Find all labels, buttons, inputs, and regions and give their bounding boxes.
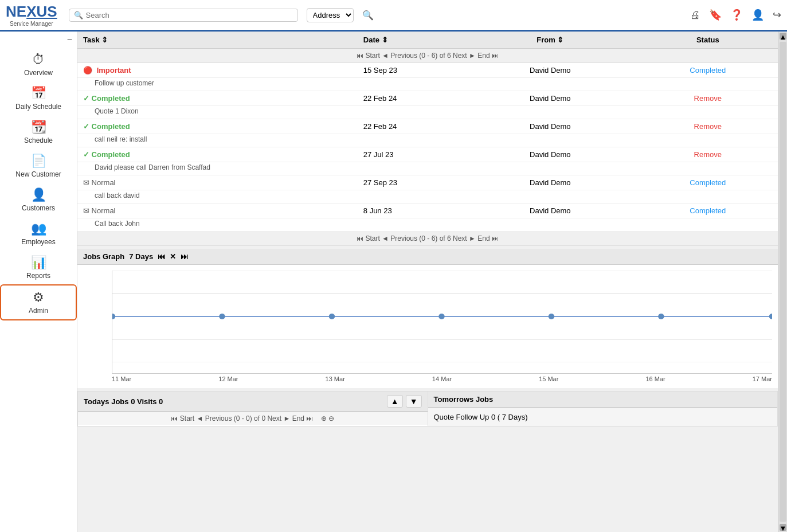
task-priority-cell: ✉ Normal bbox=[77, 204, 358, 218]
sidebar-item-label: Customers bbox=[22, 204, 55, 212]
task-status-cell[interactable]: Completed bbox=[638, 63, 778, 78]
tomorrows-jobs-title: Tomorrows Jobs bbox=[434, 395, 494, 404]
pagination-top[interactable]: ⏮ Start ◄ Previous (0 - 6) of 6 Next ► E… bbox=[77, 49, 778, 63]
schedule-icon: 📆 bbox=[31, 120, 46, 135]
panel-remove-icon[interactable]: ⊖ bbox=[328, 414, 334, 423]
logo-subtitle: Service Manager bbox=[10, 21, 53, 27]
graph-title: Jobs Graph bbox=[83, 252, 124, 261]
x-label: 16 Mar bbox=[645, 375, 665, 382]
task-description: Follow up customer bbox=[77, 78, 778, 91]
todays-jobs-panel: Todays Jobs 0 Visits 0 ▲ ▼ ⏮ Start ◄ Pre… bbox=[77, 391, 428, 427]
todays-jobs-title-text: Todays Jobs bbox=[84, 397, 129, 406]
help-icon[interactable]: ❓ bbox=[730, 9, 743, 21]
task-status-cell[interactable]: Completed bbox=[638, 204, 778, 218]
col-status[interactable]: Status bbox=[638, 32, 778, 49]
col-date-label: Date bbox=[363, 36, 379, 44]
bottom-panels: Todays Jobs 0 Visits 0 ▲ ▼ ⏮ Start ◄ Pre… bbox=[77, 391, 778, 427]
sidebar-item-daily-schedule[interactable]: 📅 Daily Schedule bbox=[0, 81, 77, 115]
bookmark-icon[interactable]: 🔖 bbox=[709, 9, 722, 21]
scrollbar-up-arrow[interactable]: ▲ bbox=[780, 33, 786, 40]
scrollbar[interactable]: ▲ ▼ bbox=[778, 32, 787, 532]
sidebar-item-label: New Customer bbox=[15, 170, 61, 178]
svg-point-9 bbox=[549, 314, 554, 319]
sidebar-item-label: Employees bbox=[21, 238, 55, 246]
task-description: Quote 1 Dixon bbox=[77, 106, 778, 119]
col-from[interactable]: From ⇕ bbox=[463, 32, 638, 49]
sidebar-item-overview[interactable]: ⏱ Overview bbox=[0, 48, 77, 81]
search-input[interactable] bbox=[86, 11, 201, 19]
print-icon[interactable]: 🖨 bbox=[690, 9, 700, 21]
sidebar-item-new-customer[interactable]: 📄 New Customer bbox=[0, 149, 77, 183]
sidebar-item-customers[interactable]: 👤 Customers bbox=[0, 183, 77, 217]
task-date-cell: 27 Sep 23 bbox=[358, 175, 463, 190]
reports-icon: 📊 bbox=[31, 255, 46, 270]
search-type-dropdown[interactable]: AddressNamePhone bbox=[307, 8, 354, 22]
task-description: Call back John bbox=[77, 218, 778, 232]
task-status-cell[interactable]: Remove bbox=[638, 119, 778, 134]
todays-jobs-visits-label: Visits bbox=[137, 397, 159, 406]
user-icon[interactable]: 👤 bbox=[751, 9, 764, 21]
graph-container: 1.0 0.5 0 -0.5 -1.0 bbox=[77, 265, 778, 388]
graph-nav-last[interactable]: ⏭ bbox=[181, 252, 188, 261]
col-task[interactable]: Task ⇕ bbox=[77, 32, 358, 49]
graph-nav-first[interactable]: ⏮ bbox=[158, 252, 165, 261]
logout-icon[interactable]: ↪ bbox=[773, 9, 781, 21]
sidebar-collapse-button[interactable]: − bbox=[67, 34, 72, 45]
graph-x-labels: 11 Mar 12 Mar 13 Mar 14 Mar 15 Mar 16 Ma… bbox=[112, 374, 772, 382]
sidebar-item-label: Admin bbox=[29, 307, 48, 315]
task-date-cell: 22 Feb 24 bbox=[358, 119, 463, 134]
scrollbar-track[interactable] bbox=[780, 42, 786, 522]
task-sub-row: Call back John bbox=[77, 218, 778, 232]
task-priority-cell: ✓ Completed bbox=[77, 91, 358, 106]
task-status-cell[interactable]: Remove bbox=[638, 91, 778, 106]
task-priority-label: ✓ Completed bbox=[83, 150, 130, 159]
layout: − ⏱ Overview 📅 Daily Schedule 📆 Schedule… bbox=[0, 32, 787, 532]
task-sub-row: Follow up customer bbox=[77, 78, 778, 91]
pagination-text: ⏮ Start ◄ Previous (0 - 0) of 0 Next ► E… bbox=[171, 414, 313, 423]
svg-point-8 bbox=[438, 314, 444, 319]
panel-collapse-button[interactable]: ▼ bbox=[406, 395, 422, 408]
search-icon: 🔍 bbox=[74, 11, 83, 19]
panel-expand-button[interactable]: ▲ bbox=[387, 395, 403, 408]
sidebar-item-reports[interactable]: 📊 Reports bbox=[0, 251, 77, 284]
sidebar-item-label: Daily Schedule bbox=[15, 103, 61, 111]
task-status-cell[interactable]: Completed bbox=[638, 175, 778, 190]
col-from-label: From bbox=[537, 36, 555, 44]
task-sub-row: call back david bbox=[77, 190, 778, 204]
task-priority-cell: ✓ Completed bbox=[77, 147, 358, 162]
table-row: ✉ Normal 8 Jun 23 David Demo Completed bbox=[77, 204, 778, 218]
col-status-label: Status bbox=[696, 36, 719, 44]
col-task-sort-icon: ⇕ bbox=[101, 36, 108, 44]
pagination-bottom[interactable]: ⏮ Start ◄ Previous (0 - 6) of 6 Next ► E… bbox=[77, 232, 778, 246]
todays-jobs-visits-count: 0 bbox=[159, 397, 163, 406]
task-priority-label: Important bbox=[97, 66, 131, 75]
svg-point-10 bbox=[658, 314, 664, 319]
svg-point-6 bbox=[219, 314, 225, 319]
panel-add-icon[interactable]: ⊕ bbox=[321, 414, 327, 423]
overview-icon: ⏱ bbox=[32, 52, 45, 67]
x-label: 12 Mar bbox=[218, 375, 238, 382]
sidebar-item-label: Schedule bbox=[24, 136, 53, 144]
graph-wrapper: 1.0 0.5 0 -0.5 -1.0 bbox=[83, 271, 772, 382]
graph-svg bbox=[112, 271, 772, 362]
task-from-cell: David Demo bbox=[463, 63, 638, 78]
todays-jobs-pagination[interactable]: ⏮ Start ◄ Previous (0 - 0) of 0 Next ► E… bbox=[78, 412, 428, 425]
tasks-section: Task ⇕ Date ⇕ From ⇕ Status bbox=[77, 32, 778, 246]
task-priority-label: ✓ Completed bbox=[83, 122, 130, 131]
sidebar-item-admin[interactable]: ⚙ Admin bbox=[0, 284, 77, 320]
x-label: 11 Mar bbox=[112, 375, 131, 382]
scrollbar-down-arrow[interactable]: ▼ bbox=[780, 524, 786, 531]
task-priority-label: ✓ Completed bbox=[83, 94, 130, 103]
sidebar-item-schedule[interactable]: 📆 Schedule bbox=[0, 115, 77, 149]
search-button[interactable]: 🔍 bbox=[362, 10, 374, 21]
task-priority-cell: ✉ Normal bbox=[77, 175, 358, 190]
task-status-cell[interactable]: Remove bbox=[638, 147, 778, 162]
svg-point-11 bbox=[769, 314, 772, 319]
quote-follow-up-row: Quote Follow Up 0 ( 7 Days) bbox=[428, 408, 778, 426]
col-date[interactable]: Date ⇕ bbox=[358, 32, 463, 49]
graph-nav-reset[interactable]: ✕ bbox=[170, 252, 176, 261]
x-label: 14 Mar bbox=[432, 375, 452, 382]
table-row: ✓ Completed 27 Jul 23 David Demo Remove bbox=[77, 147, 778, 162]
sidebar-item-employees[interactable]: 👥 Employees bbox=[0, 217, 77, 251]
task-from-cell: David Demo bbox=[463, 119, 638, 134]
